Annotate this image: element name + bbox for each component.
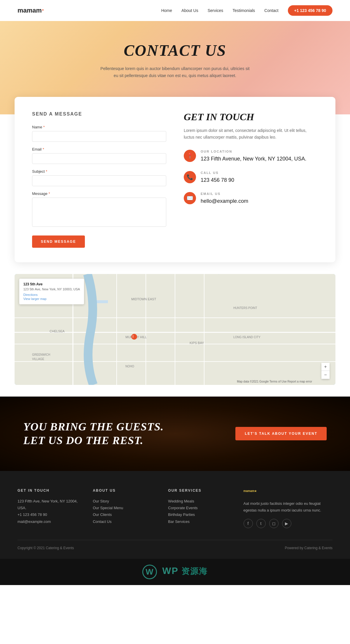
wp-watermark: W WP 资源海 xyxy=(0,559,350,585)
map-directions-link[interactable]: Directions xyxy=(23,293,38,296)
contact-form: SEND A MESSAGE Name * Email * Subject * xyxy=(32,111,166,248)
email-input[interactable] xyxy=(32,153,166,164)
subject-input[interactable] xyxy=(32,175,166,186)
phone-button[interactable]: +1 123 456 78 90 xyxy=(288,5,332,16)
wp-icon: W xyxy=(142,565,157,579)
map-card-address: 123 5th Ave, New York, NY 10003, USA xyxy=(23,287,80,291)
footer-logo-star: ★ xyxy=(254,489,257,492)
footer-wedding-meals[interactable]: Wedding Meals xyxy=(168,498,232,505)
wp-label: WP xyxy=(162,566,178,576)
svg-text:VILLAGE: VILLAGE xyxy=(32,357,44,361)
logo[interactable]: mamam★ xyxy=(18,7,44,14)
svg-text:LONG ISLAND CITY: LONG ISLAND CITY xyxy=(233,336,260,339)
nav-about[interactable]: About Us xyxy=(181,8,198,13)
instagram-icon[interactable]: ◻ xyxy=(269,519,279,528)
map-info-card: 123 5th Ave 123 5th Ave, New York, NY 10… xyxy=(19,279,84,304)
footer-bar-services[interactable]: Bar Services xyxy=(168,518,232,525)
email-label: Email * xyxy=(32,147,166,151)
footer-about-title: ABOUT US xyxy=(93,488,156,493)
footer-logo: mamam★ xyxy=(244,488,332,496)
name-group: Name * xyxy=(32,125,166,142)
contact-card: SEND A MESSAGE Name * Email * Subject * xyxy=(15,97,335,262)
footer-our-clients[interactable]: Our Clients xyxy=(93,511,156,518)
phone-icon: 📞 xyxy=(184,171,196,183)
email-icon: ✉️ xyxy=(184,192,196,204)
nav-services[interactable]: Services xyxy=(208,8,223,13)
phone-label: CALL US xyxy=(201,171,234,174)
footer-contact-us-link[interactable]: Contact Us xyxy=(93,518,156,525)
location-value: 123 Fifth Avenue, New York, NY 12004, US… xyxy=(201,154,307,163)
svg-text:KIPS BAY: KIPS BAY xyxy=(190,341,204,345)
svg-rect-4 xyxy=(108,312,225,385)
facebook-icon[interactable]: f xyxy=(244,519,253,528)
svg-text:MIDTOWN EAST: MIDTOWN EAST xyxy=(131,297,156,301)
logo-text: mamam xyxy=(18,7,42,14)
map-zoom-out-button[interactable]: − xyxy=(321,371,330,379)
name-input[interactable] xyxy=(32,131,166,142)
page-title: CONTACT US xyxy=(18,41,332,60)
footer-brand-desc: Aat morbi justo facilisis integer odio e… xyxy=(244,500,332,514)
map-controls: + − xyxy=(321,363,330,379)
footer-phone: +1 123 456 78 90 xyxy=(18,511,81,518)
nav-home[interactable]: Home xyxy=(161,8,172,13)
subject-group: Subject * xyxy=(32,169,166,186)
form-title: SEND A MESSAGE xyxy=(32,111,166,117)
footer-email: mail@example.com xyxy=(18,518,81,525)
footer-divider xyxy=(18,540,332,540)
name-required: * xyxy=(43,125,45,129)
twitter-icon[interactable]: t xyxy=(256,519,266,528)
name-label: Name * xyxy=(32,125,166,129)
svg-rect-5 xyxy=(219,274,335,385)
nav-contact[interactable]: Contact xyxy=(264,8,278,13)
cta-banner: YOU BRING THE GUESTS. LET US DO THE REST… xyxy=(0,397,350,471)
cta-heading: YOU BRING THE GUESTS. LET US DO THE REST… xyxy=(23,420,164,448)
location-label: OUR LOCATION xyxy=(201,150,307,153)
powered-by-text: Powered by Catering & Events xyxy=(285,546,332,550)
message-label: Message * xyxy=(32,191,166,196)
email-info-label: EMAIL US xyxy=(201,192,248,196)
message-textarea[interactable] xyxy=(32,198,166,227)
footer-brand-col: mamam★ Aat morbi justo facilisis integer… xyxy=(244,488,332,528)
subject-label: Subject * xyxy=(32,169,166,174)
svg-rect-1 xyxy=(15,297,96,385)
svg-text:GREENWICH: GREENWICH xyxy=(32,353,50,356)
hero-description: Pellentesque lorem quis in auctor bibend… xyxy=(99,65,251,79)
footer-top: GET IN TOUCH 123 Fifth Ave, New York, NY… xyxy=(18,488,332,528)
get-in-touch-section: GET IN TOUCH Lorem ipsum dolor sit amet,… xyxy=(184,111,318,248)
map-view-larger-link[interactable]: View larger map xyxy=(23,297,46,301)
get-in-touch-desc: Lorem ipsum dolor sit amet, consectetur … xyxy=(184,127,318,141)
nav-testimonials[interactable]: Testimonials xyxy=(232,8,255,13)
footer-birthday-parties[interactable]: Birthday Parties xyxy=(168,511,232,518)
cta-button[interactable]: LET'S TALK ABOUT YOUR EVENT xyxy=(235,427,327,440)
svg-text:NOHO: NOHO xyxy=(125,365,134,368)
svg-point-25 xyxy=(131,334,137,340)
youtube-icon[interactable]: ▶ xyxy=(282,519,291,528)
footer-services-title: OUR SERVICES xyxy=(168,488,232,493)
wp-cn-label: 资源海 xyxy=(181,567,208,576)
footer-special-menu[interactable]: Our Special Menu xyxy=(93,505,156,511)
send-message-button[interactable]: SEND MESSAGE xyxy=(32,235,85,248)
footer-services-col: OUR SERVICES Wedding Meals Corporate Eve… xyxy=(168,488,232,528)
footer: GET IN TOUCH 123 Fifth Ave, New York, NY… xyxy=(0,471,350,559)
svg-text:!: ! xyxy=(132,335,134,339)
location-icon: 📍 xyxy=(184,150,196,162)
footer-contact-title: GET IN TOUCH xyxy=(18,488,81,493)
map-placeholder: MIDTOWN EAST CHELSEA MURRAY HILL GREENWI… xyxy=(15,274,335,385)
footer-about-col: ABOUT US Our Story Our Special Menu Our … xyxy=(93,488,156,528)
email-text: EMAIL US hello@example.com xyxy=(201,192,248,206)
phone-item: 📞 CALL US 123 456 78 90 xyxy=(184,171,318,185)
email-item: ✉️ EMAIL US hello@example.com xyxy=(184,192,318,206)
footer-our-story[interactable]: Our Story xyxy=(93,498,156,505)
map-footer: Map data ©2021 Google Terms of Use Repor… xyxy=(237,380,312,383)
location-text: OUR LOCATION 123 Fifth Avenue, New York,… xyxy=(201,150,307,163)
message-required: * xyxy=(48,191,50,196)
footer-contact-col: GET IN TOUCH 123 Fifth Ave, New York, NY… xyxy=(18,488,81,528)
get-in-touch-title: GET IN TOUCH xyxy=(184,111,318,123)
footer-corporate-events[interactable]: Corporate Events xyxy=(168,505,232,511)
location-item: 📍 OUR LOCATION 123 Fifth Avenue, New Yor… xyxy=(184,150,318,163)
email-group: Email * xyxy=(32,147,166,164)
map-zoom-in-button[interactable]: + xyxy=(321,363,330,371)
email-required: * xyxy=(43,147,44,151)
navbar: mamam★ Home About Us Services Testimonia… xyxy=(0,0,350,21)
subject-required: * xyxy=(46,169,47,174)
